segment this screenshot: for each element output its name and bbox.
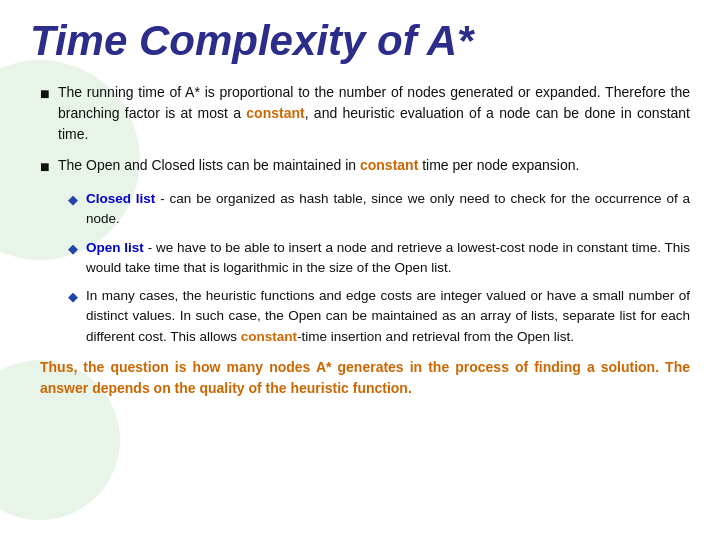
- sub-bullet-open: ◆ Open list - we have to be able to inse…: [68, 238, 690, 279]
- bullet-section: ■ The running time of A* is proportional…: [40, 82, 690, 347]
- bullet-item-1: ■ The running time of A* is proportional…: [40, 82, 690, 145]
- highlight-constant-2: constant: [360, 157, 418, 173]
- sub-bullet-diamond-3: ◆: [68, 287, 86, 307]
- keyword-constant-inline: constant: [241, 329, 297, 344]
- bullet-dot-2: ■: [40, 155, 58, 179]
- conclusion-text: Thus, the question is how many nodes A* …: [40, 357, 690, 399]
- keyword-open-list: Open list: [86, 240, 144, 255]
- sub-bullet-diamond-2: ◆: [68, 239, 86, 259]
- sub-bullet-text-closed: Closed list - can be organized as hash t…: [86, 189, 690, 230]
- sub-bullet-text-open: Open list - we have to be able to insert…: [86, 238, 690, 279]
- highlight-constant-1: constant: [246, 105, 304, 121]
- bullet-dot-1: ■: [40, 82, 58, 106]
- page-title: Time Complexity of A*: [30, 18, 690, 64]
- sub-bullet-cases: ◆ In many cases, the heuristic functions…: [68, 286, 690, 347]
- sub-bullet-closed: ◆ Closed list - can be organized as hash…: [68, 189, 690, 230]
- sub-bullet-text-cases: In many cases, the heuristic functions a…: [86, 286, 690, 347]
- keyword-closed-list: Closed list: [86, 191, 155, 206]
- sub-bullet-diamond-1: ◆: [68, 190, 86, 210]
- bullet-text-2: The Open and Closed lists can be maintai…: [58, 155, 690, 176]
- main-content: Time Complexity of A* ■ The running time…: [0, 0, 720, 417]
- bullet-text-1: The running time of A* is proportional t…: [58, 82, 690, 145]
- sub-bullets: ◆ Closed list - can be organized as hash…: [68, 189, 690, 347]
- bullet-item-2: ■ The Open and Closed lists can be maint…: [40, 155, 690, 179]
